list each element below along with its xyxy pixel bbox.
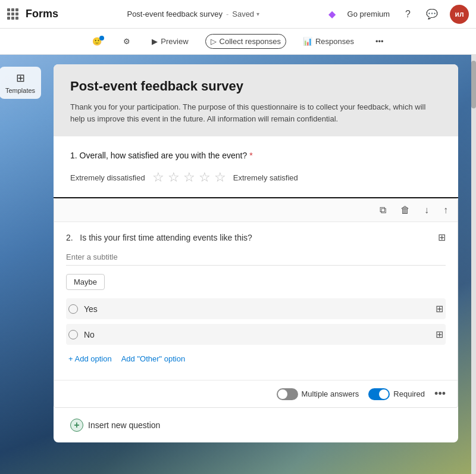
rating-right-label: Extremely satisfied [233,173,298,182]
separator: - [226,10,228,18]
templates-btn[interactable]: ⊞ Templates [0,67,41,99]
move-up-icon[interactable]: ↑ [441,204,450,217]
required-toggle-group: Required [368,388,425,400]
responses-btn[interactable]: 📊 Responses [298,35,359,48]
rating-row: Extremely dissatisfied ☆ ☆ ☆ ☆ ☆ Extreme… [70,170,441,185]
question-more-btn[interactable]: ••• [434,388,446,400]
insert-question-row[interactable]: + Insert new question [54,408,458,442]
q2-text: Is this your first time attending events… [80,233,252,242]
responses-label: Responses [315,37,354,46]
chat-btn[interactable]: 💬 [422,6,441,22]
required-label: Required [393,389,425,398]
preview-label: Preview [161,37,188,46]
question-2-footer: Multiple answers Required ••• [54,380,458,407]
ellipsis-icon: ••• [375,37,384,46]
preview-btn[interactable]: ▶ 1. Overall, how satisfied are you with… [147,35,193,48]
delete-icon[interactable]: 🗑 [398,204,412,217]
add-option-button[interactable]: + Add option [68,354,112,363]
multiple-answers-label: Multiple answers [302,389,359,398]
survey-card: Post-event feedback survey Thank you for… [54,64,458,442]
app-grid-icon[interactable] [7,8,18,20]
question-2-toolbar: ⧉ 🗑 ↓ ↑ [54,199,458,222]
settings-btn[interactable]: ⚙ [118,35,135,48]
collect-btn[interactable]: ▷ Collect responses [205,34,286,49]
templates-label: Templates [5,87,35,94]
option-yes-text: Yes [84,304,430,314]
image-yes-icon[interactable]: ⊞ [436,303,443,314]
rating-left-label: Extremely dissatisfied [70,173,145,182]
q2-number: 2. [66,233,73,242]
survey-title: Post-event feedback survey [70,79,441,94]
question-2-container: ⧉ 🗑 ↓ ↑ 2. Is this your first time atten… [54,198,458,408]
image-no-icon[interactable]: ⊞ [436,329,443,340]
app-name: Forms [26,8,58,20]
question-1-label: 1. Overall, how satisfied are you with t… [70,151,441,160]
question-2-body: 2. Is this your first time attending eve… [54,222,458,380]
avatar[interactable]: ил [450,5,469,24]
question-1-section: 1. Overall, how satisfied are you with t… [54,136,458,198]
expand-icon[interactable]: ⊞ [438,232,446,243]
star-5[interactable]: ☆ [214,170,226,185]
star-rating[interactable]: ☆ ☆ ☆ ☆ ☆ [152,170,226,185]
toggle-thumb-off [278,389,287,399]
help-btn[interactable]: ? [402,7,414,22]
chart-icon: 📊 [303,37,312,46]
multiple-answers-toggle-group: Multiple answers [277,388,359,400]
side-panel: ⊞ Templates [0,55,40,474]
insert-plus-icon: + [70,419,83,432]
move-down-icon[interactable]: ↓ [422,204,431,217]
emoji-btn[interactable]: 🙂 [87,35,107,48]
saved-label: Saved [232,10,254,18]
option-yes-row: Yes ⊞ [66,298,446,319]
survey-description: Thank you for your participation. The pu… [70,101,441,124]
survey-header: Post-event feedback survey Thank you for… [54,64,458,136]
copy-icon[interactable]: ⧉ [377,204,389,217]
required-toggle[interactable] [368,388,390,400]
doc-title: Post-event feedback survey [127,10,222,18]
chevron-down-icon: ▾ [256,11,259,17]
go-premium-btn[interactable]: Go premium [344,7,394,21]
option-no-row: No ⊞ [66,324,446,345]
multiple-answers-toggle[interactable] [277,388,298,400]
collect-icon: ▷ [211,37,217,46]
star-1[interactable]: ☆ [152,170,164,185]
navbar: Forms Post-event feedback survey - Saved… [0,0,476,29]
question-2-label-row: 2. Is this your first time attending eve… [66,232,446,243]
secondary-toolbar: 🙂 ⚙ ▶ 1. Overall, how satisfied are you … [0,29,476,55]
gear-icon: ⚙ [123,37,130,46]
option-no-text: No [84,330,430,339]
star-2[interactable]: ☆ [168,170,180,185]
templates-icon: ⊞ [16,71,25,85]
star-4[interactable]: ☆ [199,170,211,185]
insert-question-label: Insert new question [88,420,160,430]
scrollbar-thumb[interactable] [471,61,476,108]
answer-type-button[interactable]: Maybe [66,274,105,290]
add-other-button[interactable]: Add "Other" option [121,354,186,363]
radio-no[interactable] [68,330,78,339]
main-content: Post-event feedback survey Thank you for… [40,55,471,474]
notification-dot [99,36,104,40]
required-star: * [249,151,252,160]
more-options-btn[interactable]: ••• [371,35,389,48]
subtitle-input[interactable] [66,249,446,266]
radio-yes[interactable] [68,304,78,314]
saved-badge[interactable]: Saved ▾ [232,10,259,18]
star-3[interactable]: ☆ [183,170,195,185]
toggle-thumb-on [379,389,389,399]
play-icon: ▶ [152,37,158,46]
add-options-row: + Add option Add "Other" option [66,350,446,368]
collect-label: Collect responses [220,37,281,46]
scrollbar[interactable] [471,55,476,474]
diamond-icon: ◆ [328,8,336,20]
